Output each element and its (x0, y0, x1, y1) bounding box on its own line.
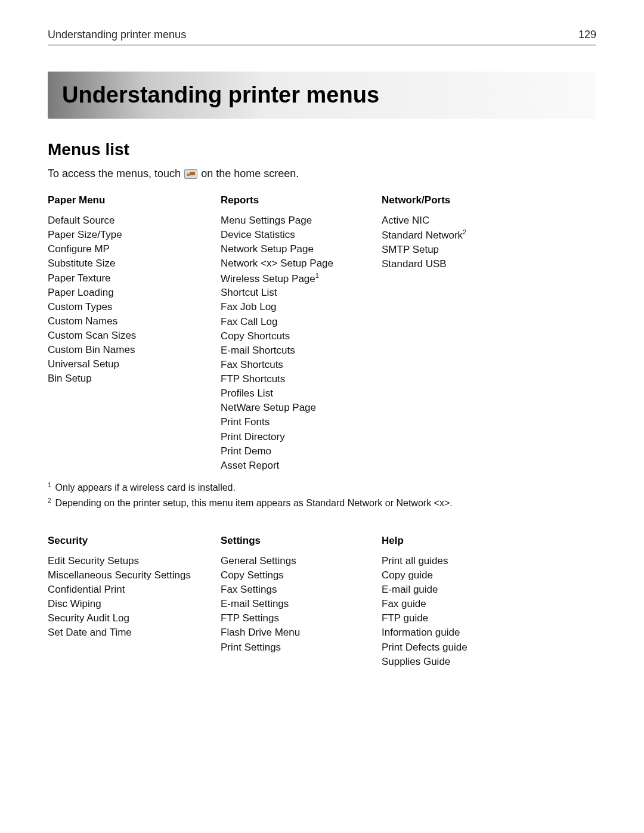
list-item: Print Directory (221, 430, 382, 444)
list-item: Fax Call Log (221, 315, 382, 329)
footnote-1: 1 Only appears if a wireless card is ins… (48, 480, 596, 496)
list-item: Print Settings (221, 640, 382, 655)
list-item: Active NIC (382, 213, 596, 228)
list-item: FTP Shortcuts (221, 372, 382, 386)
list-item: Fax Settings (221, 583, 382, 597)
help-heading: Help (382, 535, 596, 547)
list-item: Paper Size/Type (48, 228, 221, 242)
superscript: 1 (315, 272, 319, 279)
list-item: Wireless Setup Page1 (221, 271, 382, 286)
list-item: Asset Report (221, 459, 382, 473)
list-item: Network Setup Page (221, 242, 382, 256)
paper-menu-column: Paper Menu Default Source Paper Size/Typ… (48, 194, 221, 473)
menu-columns-bottom: Security Edit Security Setups Miscellane… (48, 535, 596, 669)
breadcrumb: Understanding printer menus (48, 29, 186, 41)
list-item: Custom Names (48, 314, 221, 329)
security-heading: Security (48, 535, 221, 547)
list-item: Copy guide (382, 568, 596, 583)
title-banner: Understanding printer menus (48, 72, 596, 119)
list-item: Fax Job Log (221, 300, 382, 314)
list-item: Confidential Print (48, 583, 221, 597)
list-item: Shortcut List (221, 286, 382, 300)
list-item: Standard Network2 (382, 228, 596, 243)
page-number: 129 (578, 29, 596, 41)
footnote-2: 2 Depending on the printer setup, this m… (48, 496, 596, 511)
reports-column: Reports Menu Settings Page Device Statis… (221, 194, 382, 473)
list-item: Bin Setup (48, 371, 221, 386)
list-item: Print Fonts (221, 415, 382, 429)
list-item: Set Date and Time (48, 625, 221, 640)
superscript: 2 (463, 228, 466, 236)
settings-column: Settings General Settings Copy Settings … (221, 535, 382, 669)
list-item: Universal Setup (48, 357, 221, 371)
paper-menu-heading: Paper Menu (48, 194, 221, 206)
list-item: SMTP Setup (382, 243, 596, 257)
list-item: Flash Drive Menu (221, 625, 382, 640)
list-item: Substitute Size (48, 256, 221, 271)
section-title: Menus list (48, 140, 596, 159)
list-item: Copy Shortcuts (221, 329, 382, 343)
list-item: Information guide (382, 625, 596, 640)
network-ports-column: Network/Ports Active NIC Standard Networ… (382, 194, 596, 473)
settings-heading: Settings (221, 535, 382, 547)
list-item: Custom Types (48, 300, 221, 314)
page-title: Understanding printer menus (62, 82, 582, 108)
list-item: Paper Texture (48, 271, 221, 286)
list-item: Supplies Guide (382, 655, 596, 669)
list-item: E-mail guide (382, 583, 596, 597)
list-item: Standard USB (382, 257, 596, 271)
list-item: Custom Scan Sizes (48, 329, 221, 343)
list-item: Print Defects guide (382, 640, 596, 655)
list-item: Fax guide (382, 597, 596, 611)
list-item: Device Statistics (221, 228, 382, 242)
list-item: Custom Bin Names (48, 343, 221, 357)
list-item: Security Audit Log (48, 611, 221, 625)
intro-line: To access the menus, touch on the home s… (48, 168, 596, 180)
list-item: Print all guides (382, 554, 596, 568)
list-item: Edit Security Setups (48, 554, 221, 568)
list-item: Network <x> Setup Page (221, 256, 382, 271)
menu-columns-top: Paper Menu Default Source Paper Size/Typ… (48, 194, 596, 473)
list-item: NetWare Setup Page (221, 401, 382, 415)
list-item: FTP guide (382, 611, 596, 625)
list-item: Paper Loading (48, 286, 221, 300)
security-column: Security Edit Security Setups Miscellane… (48, 535, 221, 669)
list-item: General Settings (221, 554, 382, 568)
list-item: Menu Settings Page (221, 213, 382, 228)
list-item: FTP Settings (221, 611, 382, 625)
reports-heading: Reports (221, 194, 382, 206)
intro-pre: To access the menus, touch (48, 168, 181, 180)
list-item: Miscellaneous Security Settings (48, 568, 221, 583)
list-item: Configure MP (48, 242, 221, 256)
list-item: Disc Wiping (48, 597, 221, 611)
list-item: E-mail Settings (221, 597, 382, 611)
list-item: Default Source (48, 213, 221, 228)
list-item: Print Demo (221, 444, 382, 459)
network-ports-heading: Network/Ports (382, 194, 596, 206)
footnotes: 1 Only appears if a wireless card is ins… (48, 480, 596, 511)
menu-icon (184, 169, 197, 179)
help-column: Help Print all guides Copy guide E-mail … (382, 535, 596, 669)
list-item: Fax Shortcuts (221, 358, 382, 372)
list-item: Profiles List (221, 386, 382, 401)
list-item: Copy Settings (221, 568, 382, 583)
list-item: E-mail Shortcuts (221, 343, 382, 358)
intro-post: on the home screen. (201, 168, 299, 180)
page-header: Understanding printer menus 129 (48, 29, 596, 45)
